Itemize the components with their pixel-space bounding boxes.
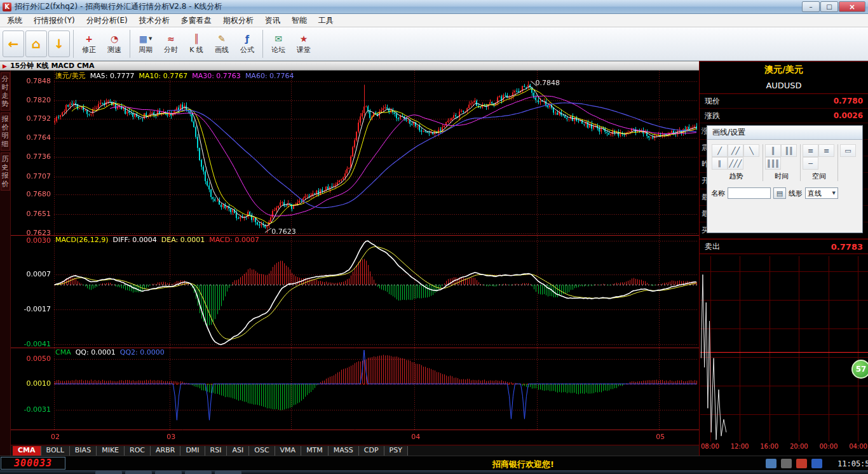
draw-tool-group: ╱╱╱╲∥╱╱╱趋势 [710, 144, 763, 181]
intraday-mini-chart[interactable] [700, 256, 868, 442]
sell-label: 卖出 [705, 241, 720, 252]
x-axis-label: 02 [51, 433, 60, 441]
formula-button[interactable]: ƒ公式 [235, 29, 259, 58]
indicator-tab-cdp[interactable]: CDP [359, 446, 384, 456]
toolbar-button-label: K 线 [189, 45, 203, 55]
indicator-tab-vma[interactable]: VMA [275, 446, 302, 456]
vertical-line-icon[interactable]: ║ [765, 144, 781, 157]
indicator-tab-mike[interactable]: MIKE [97, 446, 125, 456]
toolbar: ←⌂↓+修正◔测速▦▼周期≈分时║K 线✎画线ƒ公式✉论坛★课堂 [0, 27, 868, 61]
home-button[interactable]: ⌂ [25, 30, 47, 57]
indicator-tab-mtm[interactable]: MTM [301, 446, 329, 456]
dialog-title-bar[interactable]: 画线/设置 [707, 126, 862, 140]
legend-item: MA5: 0.7777 [90, 72, 135, 80]
indicator-tab-asi[interactable]: ASI [227, 446, 249, 456]
draw-tool-groups: ╱╱╱╲∥╱╱╱趋势║║║║║║时间≡≡─空间▭ [707, 140, 862, 182]
toolbar-button-label: 周期 [139, 45, 153, 55]
taskbar-item[interactable] [95, 471, 122, 474]
fib-retracement-icon[interactable]: ≡ [818, 144, 834, 157]
app-icon: K [3, 3, 11, 11]
time-cycle-icon[interactable]: ║║ [781, 144, 797, 157]
clock: 11:05:58 [837, 459, 868, 468]
status-icons [766, 459, 822, 468]
legend-item: MA10: 0.7767 [139, 72, 187, 80]
menu-item[interactable]: 分时分析(E) [81, 14, 133, 27]
quote-row-value: 0.0026 [834, 111, 863, 120]
speed-test-button[interactable]: ◔测速 [102, 29, 126, 58]
taskbar-item[interactable] [215, 471, 241, 474]
sidebar-item-quote-detail[interactable]: 报价明细 [1, 112, 10, 151]
windows-taskbar[interactable] [0, 470, 868, 474]
menu-item[interactable]: 系统 [1, 14, 28, 27]
fib-time-icon[interactable]: ║║║ [765, 157, 781, 170]
back-button[interactable]: ← [3, 30, 24, 57]
kline-icon: ║ [194, 33, 199, 44]
trend-channel-icon[interactable]: ╱╱ [728, 144, 743, 157]
menu-item[interactable]: 技术分析 [133, 14, 175, 27]
indicator-tab-dmi[interactable]: DMI [180, 446, 205, 456]
list-button[interactable]: ▤ [773, 187, 786, 199]
forum-button[interactable]: ✉论坛 [266, 29, 290, 58]
menu-item[interactable]: 行情报价(Y) [28, 14, 81, 27]
minimize-button[interactable]: – [802, 1, 820, 12]
gann-fan-icon[interactable]: ╱╱╱ [728, 157, 743, 170]
classroom-button[interactable]: ★课堂 [292, 29, 316, 58]
sidebar-item-history-quote[interactable]: 历史报价 [1, 152, 10, 191]
sell-row: 卖出 0.7783 [700, 239, 868, 254]
indicator-tab-bias[interactable]: BIAS [70, 446, 97, 456]
kline-macd-cma-chart[interactable] [11, 71, 699, 430]
indicator-tab-boll[interactable]: BOLL [41, 446, 70, 456]
macd-legend: MACD(26,12,9)DIFF: 0.0004DEA: 0.0001MACD… [55, 236, 264, 244]
network-status-icon[interactable] [766, 459, 776, 468]
sidebar-item-intraday-trend[interactable]: 分时走势 [1, 72, 10, 111]
kline-button[interactable]: ║K 线 [184, 29, 208, 58]
ime-icon[interactable] [811, 459, 822, 468]
alert-icon[interactable] [796, 459, 807, 468]
menu-item[interactable]: 资讯 [259, 14, 286, 27]
online-badge[interactable]: 57 [851, 360, 868, 379]
indicator-tab-psy[interactable]: PSY [384, 446, 408, 456]
horizontal-lines-icon[interactable]: ≡ [803, 144, 818, 157]
classroom-icon: ★ [300, 33, 308, 44]
period-button[interactable]: ▦▼周期 [133, 29, 158, 58]
menu-item[interactable]: 工具 [313, 14, 339, 27]
line-name-input[interactable] [728, 187, 771, 199]
taskbar-item[interactable] [125, 471, 152, 474]
dialog-title: 画线/设置 [712, 127, 745, 138]
correct-button[interactable]: +修正 [77, 29, 101, 58]
indicator-tab-osc[interactable]: OSC [249, 446, 275, 456]
intraday-button[interactable]: ≈分时 [159, 29, 183, 58]
indicator-tab-roc[interactable]: ROC [125, 446, 151, 456]
x-axis-label: 03 [166, 433, 175, 441]
maximize-button[interactable]: □ [820, 1, 838, 12]
parallel-lines-icon[interactable]: ∥ [712, 157, 728, 170]
down-icon: ↓ [54, 36, 65, 51]
taskbar-item[interactable] [185, 471, 212, 474]
indicator-tab-rsi[interactable]: RSI [205, 446, 227, 456]
down-trend-line-icon[interactable]: ╲ [743, 144, 759, 157]
indicator-tab-mass[interactable]: MASS [329, 446, 359, 456]
down-button[interactable]: ↓ [48, 30, 70, 57]
legend-item: DEA: 0.0001 [161, 236, 205, 244]
close-button[interactable]: × [839, 1, 865, 12]
taskbar-item[interactable] [155, 471, 182, 474]
menu-item[interactable]: 期权分析 [217, 14, 259, 27]
trend-line-icon[interactable]: ╱ [712, 144, 728, 157]
drawline-button[interactable]: ✎画线 [210, 29, 234, 58]
time-axis: 08:0012:0016:0020:0000:0004:00 [700, 443, 868, 450]
quote-panel: 澳元/美元 AUDUSD 现价0.7780涨跌0.0026 涨震昨开最最买 卖出… [699, 61, 868, 456]
indicator-tab-cma[interactable]: CMA [13, 446, 41, 456]
indicator-tab-arbr[interactable]: ARBR [151, 446, 180, 456]
menu-item[interactable]: 多窗看盘 [175, 14, 217, 27]
message-icon[interactable] [781, 459, 792, 468]
toolbar-button-label: 画线 [215, 45, 229, 55]
x-axis-label: 04 [411, 433, 420, 441]
title-bar[interactable]: K 招行外汇2(fxhq2) - 招商银行外汇通行情分析V2.8 - K线分析 … [0, 0, 868, 14]
price-line-icon[interactable]: ─ [803, 157, 818, 170]
menu-item[interactable]: 智能 [286, 14, 313, 27]
indicator-tabs: CMABOLLBIASMIKEROCARBRDMIRSIASIOSCVMAMTM… [11, 445, 699, 456]
rectangle-icon[interactable]: ▭ [840, 144, 856, 157]
line-type-dropdown[interactable]: 直线 ▼ [805, 187, 838, 199]
home-icon: ⌂ [32, 36, 41, 51]
name-label: 名称 [711, 189, 725, 198]
